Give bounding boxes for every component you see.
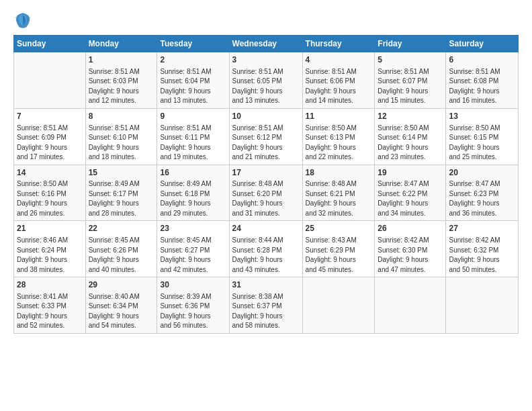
- day-number: 29: [89, 279, 154, 291]
- day-cell: 9Sunrise: 8:51 AM Sunset: 6:11 PM Daylig…: [157, 108, 229, 165]
- header-cell-tuesday: Tuesday: [157, 36, 229, 52]
- day-cell: 29Sunrise: 8:40 AM Sunset: 6:34 PM Dayli…: [85, 277, 157, 334]
- day-info: Sunrise: 8:44 AM Sunset: 6:28 PM Dayligh…: [232, 236, 300, 275]
- day-number: 8: [89, 111, 154, 122]
- week-row: 7Sunrise: 8:51 AM Sunset: 6:09 PM Daylig…: [14, 108, 519, 165]
- day-cell: 2Sunrise: 8:51 AM Sunset: 6:04 PM Daylig…: [157, 52, 229, 109]
- day-info: Sunrise: 8:42 AM Sunset: 6:30 PM Dayligh…: [378, 236, 443, 275]
- day-number: 28: [17, 279, 83, 291]
- day-info: Sunrise: 8:51 AM Sunset: 6:05 PM Dayligh…: [232, 67, 300, 106]
- day-cell: 17Sunrise: 8:48 AM Sunset: 6:20 PM Dayli…: [229, 165, 302, 221]
- logo: [13, 11, 35, 30]
- day-number: 20: [449, 167, 515, 179]
- day-info: Sunrise: 8:48 AM Sunset: 6:20 PM Dayligh…: [232, 179, 300, 218]
- day-number: 17: [232, 167, 300, 179]
- day-number: 7: [17, 111, 83, 122]
- day-number: 21: [17, 223, 83, 234]
- day-cell: 3Sunrise: 8:51 AM Sunset: 6:05 PM Daylig…: [229, 52, 302, 109]
- day-number: 25: [306, 223, 372, 234]
- header-cell-monday: Monday: [85, 36, 157, 52]
- day-info: Sunrise: 8:39 AM Sunset: 6:36 PM Dayligh…: [160, 292, 226, 331]
- page: SundayMondayTuesdayWednesdayThursdayFrid…: [0, 0, 532, 411]
- day-number: 4: [306, 54, 372, 66]
- day-number: 9: [160, 111, 226, 122]
- day-number: 14: [17, 167, 83, 179]
- day-cell: 20Sunrise: 8:47 AM Sunset: 6:23 PM Dayli…: [446, 165, 519, 221]
- day-cell: [14, 52, 86, 109]
- header-cell-saturday: Saturday: [446, 36, 519, 52]
- day-info: Sunrise: 8:50 AM Sunset: 6:15 PM Dayligh…: [449, 124, 515, 163]
- day-cell: 16Sunrise: 8:49 AM Sunset: 6:18 PM Dayli…: [157, 165, 229, 221]
- day-info: Sunrise: 8:49 AM Sunset: 6:17 PM Dayligh…: [89, 179, 154, 218]
- day-number: 11: [306, 111, 372, 122]
- day-info: Sunrise: 8:49 AM Sunset: 6:18 PM Dayligh…: [160, 179, 226, 218]
- day-cell: 12Sunrise: 8:50 AM Sunset: 6:14 PM Dayli…: [375, 108, 446, 165]
- day-cell: 19Sunrise: 8:47 AM Sunset: 6:22 PM Dayli…: [375, 165, 446, 221]
- header-cell-thursday: Thursday: [302, 36, 375, 52]
- day-number: 30: [160, 279, 226, 291]
- day-number: 13: [449, 111, 515, 122]
- day-info: Sunrise: 8:51 AM Sunset: 6:12 PM Dayligh…: [232, 124, 300, 163]
- day-number: 3: [232, 54, 300, 66]
- day-info: Sunrise: 8:43 AM Sunset: 6:29 PM Dayligh…: [306, 236, 372, 275]
- day-cell: 10Sunrise: 8:51 AM Sunset: 6:12 PM Dayli…: [229, 108, 302, 165]
- day-number: 10: [232, 111, 300, 122]
- day-info: Sunrise: 8:51 AM Sunset: 6:07 PM Dayligh…: [378, 67, 443, 106]
- day-info: Sunrise: 8:50 AM Sunset: 6:14 PM Dayligh…: [378, 124, 443, 163]
- day-number: 2: [160, 54, 226, 66]
- day-number: 23: [160, 223, 226, 234]
- day-number: 24: [232, 223, 300, 234]
- calendar-table: SundayMondayTuesdayWednesdayThursdayFrid…: [13, 35, 519, 334]
- day-cell: 26Sunrise: 8:42 AM Sunset: 6:30 PM Dayli…: [375, 221, 446, 277]
- day-info: Sunrise: 8:50 AM Sunset: 6:16 PM Dayligh…: [17, 179, 83, 218]
- day-info: Sunrise: 8:51 AM Sunset: 6:08 PM Dayligh…: [449, 67, 515, 106]
- day-cell: 21Sunrise: 8:46 AM Sunset: 6:24 PM Dayli…: [14, 221, 86, 277]
- day-info: Sunrise: 8:51 AM Sunset: 6:09 PM Dayligh…: [17, 124, 83, 163]
- day-cell: [446, 277, 519, 334]
- header-cell-wednesday: Wednesday: [229, 36, 302, 52]
- day-cell: 31Sunrise: 8:38 AM Sunset: 6:37 PM Dayli…: [229, 277, 302, 334]
- day-info: Sunrise: 8:40 AM Sunset: 6:34 PM Dayligh…: [89, 292, 154, 331]
- day-cell: 11Sunrise: 8:50 AM Sunset: 6:13 PM Dayli…: [302, 108, 375, 165]
- day-number: 6: [449, 54, 515, 66]
- day-cell: 6Sunrise: 8:51 AM Sunset: 6:08 PM Daylig…: [446, 52, 519, 109]
- week-row: 21Sunrise: 8:46 AM Sunset: 6:24 PM Dayli…: [14, 221, 519, 277]
- day-cell: 23Sunrise: 8:45 AM Sunset: 6:27 PM Dayli…: [157, 221, 229, 277]
- day-number: 22: [89, 223, 154, 234]
- day-cell: 22Sunrise: 8:45 AM Sunset: 6:26 PM Dayli…: [85, 221, 157, 277]
- day-cell: 1Sunrise: 8:51 AM Sunset: 6:03 PM Daylig…: [85, 52, 157, 109]
- day-cell: 5Sunrise: 8:51 AM Sunset: 6:07 PM Daylig…: [375, 52, 446, 109]
- day-info: Sunrise: 8:45 AM Sunset: 6:27 PM Dayligh…: [160, 236, 226, 275]
- day-number: 18: [306, 167, 372, 179]
- day-info: Sunrise: 8:38 AM Sunset: 6:37 PM Dayligh…: [232, 292, 300, 331]
- day-info: Sunrise: 8:51 AM Sunset: 6:11 PM Dayligh…: [160, 124, 226, 163]
- day-cell: 28Sunrise: 8:41 AM Sunset: 6:33 PM Dayli…: [14, 277, 86, 334]
- week-row: 1Sunrise: 8:51 AM Sunset: 6:03 PM Daylig…: [14, 52, 519, 109]
- day-info: Sunrise: 8:47 AM Sunset: 6:23 PM Dayligh…: [449, 179, 515, 218]
- day-info: Sunrise: 8:41 AM Sunset: 6:33 PM Dayligh…: [17, 292, 83, 331]
- day-number: 16: [160, 167, 226, 179]
- day-cell: 25Sunrise: 8:43 AM Sunset: 6:29 PM Dayli…: [302, 221, 375, 277]
- day-info: Sunrise: 8:51 AM Sunset: 6:03 PM Dayligh…: [89, 67, 154, 106]
- day-cell: 7Sunrise: 8:51 AM Sunset: 6:09 PM Daylig…: [14, 108, 86, 165]
- day-cell: 15Sunrise: 8:49 AM Sunset: 6:17 PM Dayli…: [85, 165, 157, 221]
- day-info: Sunrise: 8:47 AM Sunset: 6:22 PM Dayligh…: [378, 179, 443, 218]
- day-cell: [302, 277, 375, 334]
- day-info: Sunrise: 8:42 AM Sunset: 6:32 PM Dayligh…: [449, 236, 515, 275]
- header-cell-friday: Friday: [375, 36, 446, 52]
- header: [13, 11, 519, 30]
- day-cell: 18Sunrise: 8:48 AM Sunset: 6:21 PM Dayli…: [302, 165, 375, 221]
- day-cell: 24Sunrise: 8:44 AM Sunset: 6:28 PM Dayli…: [229, 221, 302, 277]
- day-info: Sunrise: 8:50 AM Sunset: 6:13 PM Dayligh…: [306, 124, 372, 163]
- day-number: 1: [89, 54, 154, 66]
- day-number: 31: [232, 279, 300, 291]
- header-row: SundayMondayTuesdayWednesdayThursdayFrid…: [14, 36, 519, 52]
- logo-icon: [13, 11, 32, 30]
- day-info: Sunrise: 8:51 AM Sunset: 6:06 PM Dayligh…: [306, 67, 372, 106]
- day-info: Sunrise: 8:46 AM Sunset: 6:24 PM Dayligh…: [17, 236, 83, 275]
- day-info: Sunrise: 8:51 AM Sunset: 6:10 PM Dayligh…: [89, 124, 154, 163]
- week-row: 28Sunrise: 8:41 AM Sunset: 6:33 PM Dayli…: [14, 277, 519, 334]
- day-cell: 27Sunrise: 8:42 AM Sunset: 6:32 PM Dayli…: [446, 221, 519, 277]
- day-number: 5: [378, 54, 443, 66]
- day-info: Sunrise: 8:51 AM Sunset: 6:04 PM Dayligh…: [160, 67, 226, 106]
